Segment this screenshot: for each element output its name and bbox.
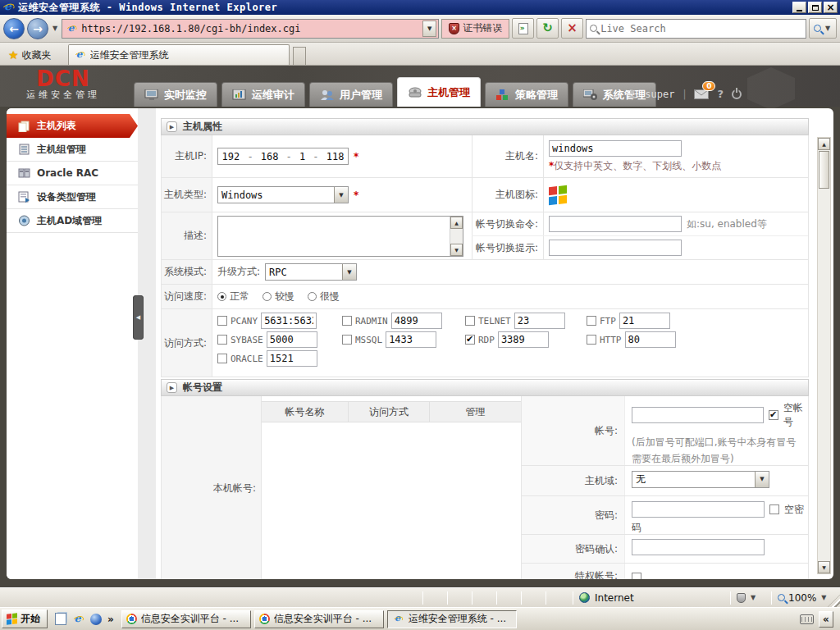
- account-settings-header[interactable]: ▶ 帐号设置: [161, 379, 809, 396]
- scroll-up-icon[interactable]: ▲: [818, 138, 830, 150]
- close-button[interactable]: [824, 2, 838, 13]
- sidebar-item-ad-domain[interactable]: 主机AD域管理: [7, 209, 138, 233]
- account-input[interactable]: [632, 407, 764, 423]
- textarea-scrollbar[interactable]: ▲▼: [450, 217, 463, 256]
- scrollbar-thumb[interactable]: [819, 151, 829, 189]
- host-name-input[interactable]: [549, 140, 682, 157]
- restore-button[interactable]: [808, 2, 822, 13]
- search-options-icon[interactable]: ▼: [824, 25, 832, 32]
- oracle-port-input[interactable]: [267, 350, 317, 367]
- sidebar-item-device-type[interactable]: 设备类型管理: [7, 185, 138, 209]
- sybase-checkbox[interactable]: [217, 335, 227, 345]
- logout-power-icon[interactable]: [732, 89, 742, 99]
- upgrade-method-select[interactable]: RPC ▼: [265, 263, 357, 281]
- ftp-checkbox[interactable]: [587, 316, 596, 326]
- stop-button[interactable]: ×: [561, 18, 583, 39]
- tab-ops-audit[interactable]: 运维审计: [221, 82, 305, 107]
- minimize-button[interactable]: [792, 2, 806, 13]
- scroll-up-icon[interactable]: ▲: [450, 217, 463, 229]
- radmin-port-input[interactable]: [391, 313, 442, 329]
- tab-realtime-monitor[interactable]: 实时监控: [134, 82, 217, 107]
- start-button[interactable]: 开始: [2, 609, 48, 628]
- taskbar-button-3[interactable]: 运维安全管理系统 - ...: [387, 610, 517, 628]
- scroll-down-icon[interactable]: ▼: [450, 244, 463, 256]
- ip-octet[interactable]: 1: [299, 151, 305, 162]
- http-port-input[interactable]: [625, 331, 676, 348]
- search-box[interactable]: [586, 19, 806, 39]
- compatibility-view-button[interactable]: [512, 18, 534, 39]
- switch-prompt-input[interactable]: [549, 240, 682, 256]
- new-tab-stub[interactable]: [293, 47, 306, 65]
- address-bar[interactable]: https://192.168.1.80/cgi-bh/index.cgi ▼: [62, 19, 439, 39]
- ip-octet[interactable]: 168: [261, 151, 279, 162]
- tray-expand-chevron[interactable]: «: [819, 611, 833, 628]
- password-input[interactable]: [632, 501, 765, 518]
- keyboard-icon[interactable]: [800, 614, 814, 624]
- back-button[interactable]: ←: [3, 18, 25, 39]
- telnet-checkbox[interactable]: [465, 316, 475, 326]
- protected-mode-button[interactable]: ▼: [737, 593, 757, 603]
- empty-password-checkbox[interactable]: [769, 504, 779, 514]
- speed-radio-slow[interactable]: [262, 292, 272, 301]
- address-dropdown-button[interactable]: ▼: [422, 21, 436, 37]
- chevron-down-icon[interactable]: ▼: [755, 472, 769, 487]
- forward-button[interactable]: →: [27, 18, 48, 39]
- quick-launch-ie-icon[interactable]: [73, 614, 84, 624]
- mssql-port-input[interactable]: [386, 331, 436, 348]
- refresh-button[interactable]: ↻: [536, 18, 559, 39]
- scrollbar-track[interactable]: [818, 189, 830, 561]
- host-domain-select[interactable]: 无 ▼: [632, 471, 769, 488]
- browser-tab[interactable]: 运维安全管理系统: [68, 44, 290, 65]
- pcany-checkbox[interactable]: [217, 316, 227, 326]
- chevron-down-icon[interactable]: ▼: [819, 594, 828, 601]
- ip-octet[interactable]: 118: [326, 151, 345, 162]
- chevron-down-icon[interactable]: ▼: [334, 187, 348, 203]
- confirm-password-input[interactable]: [632, 539, 765, 555]
- pcany-port-input[interactable]: [261, 313, 317, 329]
- tab-user-management[interactable]: 用户管理: [309, 82, 393, 107]
- mssql-checkbox[interactable]: [342, 335, 352, 345]
- zoom-control[interactable]: 100% ▼: [778, 592, 828, 604]
- sidebar-item-host-group[interactable]: 主机组管理: [7, 138, 138, 162]
- quick-launch-app-icon[interactable]: [90, 614, 102, 625]
- sybase-port-input[interactable]: [267, 331, 317, 348]
- url-text[interactable]: https://192.168.1.80/cgi-bh/index.cgi: [81, 23, 419, 34]
- chevron-down-icon[interactable]: ▼: [342, 264, 356, 280]
- history-dropdown-icon[interactable]: ▼: [51, 25, 59, 32]
- rdp-checkbox[interactable]: [465, 335, 475, 345]
- tab-host-management[interactable]: 主机管理: [397, 77, 481, 107]
- sidebar-item-oracle-rac[interactable]: Oracle RAC: [7, 162, 138, 185]
- chevron-down-icon[interactable]: ▼: [749, 594, 757, 601]
- quick-launch-overflow-chevron[interactable]: »: [107, 614, 114, 625]
- ftp-port-input[interactable]: [619, 313, 670, 329]
- search-go-button[interactable]: ▼: [809, 18, 837, 39]
- taskbar-button-2[interactable]: 信息安全实训平台 - ...: [254, 610, 384, 628]
- taskbar-button-1[interactable]: 信息安全实训平台 - ...: [121, 610, 251, 628]
- oracle-checkbox[interactable]: [217, 354, 227, 363]
- show-desktop-icon[interactable]: [55, 613, 66, 625]
- speed-radio-normal[interactable]: [217, 292, 226, 301]
- host-ip-input[interactable]: 192 - 168 - 1 - 118: [217, 148, 349, 165]
- favorites-button[interactable]: ★ 收藏夹: [3, 45, 57, 65]
- content-scrollbar[interactable]: ▲ ▼: [817, 137, 831, 574]
- scroll-down-icon[interactable]: ▼: [818, 561, 830, 573]
- sidebar-collapse-handle[interactable]: ◀: [133, 295, 144, 340]
- switch-cmd-input[interactable]: [549, 216, 682, 232]
- certificate-error-button[interactable]: 证书错误: [441, 19, 509, 39]
- rdp-port-input[interactable]: [498, 331, 549, 348]
- empty-account-checkbox[interactable]: [769, 410, 778, 420]
- tab-policy-management[interactable]: 策略管理: [485, 82, 568, 107]
- help-button[interactable]: ?: [717, 88, 724, 100]
- host-properties-header[interactable]: ▶ 主机属性: [161, 118, 809, 135]
- sidebar-item-host-list[interactable]: 主机列表: [7, 114, 138, 138]
- resize-grip[interactable]: [828, 595, 840, 607]
- privileged-account-checkbox[interactable]: [632, 573, 641, 579]
- radmin-checkbox[interactable]: [342, 316, 352, 326]
- http-checkbox[interactable]: [587, 335, 596, 345]
- host-type-select[interactable]: Windows ▼: [217, 186, 349, 203]
- search-input[interactable]: [600, 23, 802, 34]
- telnet-port-input[interactable]: [514, 313, 565, 329]
- section-toggle-icon[interactable]: ▶: [167, 121, 177, 132]
- section-toggle-icon[interactable]: ▶: [167, 382, 177, 393]
- description-textarea[interactable]: ▲▼: [217, 216, 463, 257]
